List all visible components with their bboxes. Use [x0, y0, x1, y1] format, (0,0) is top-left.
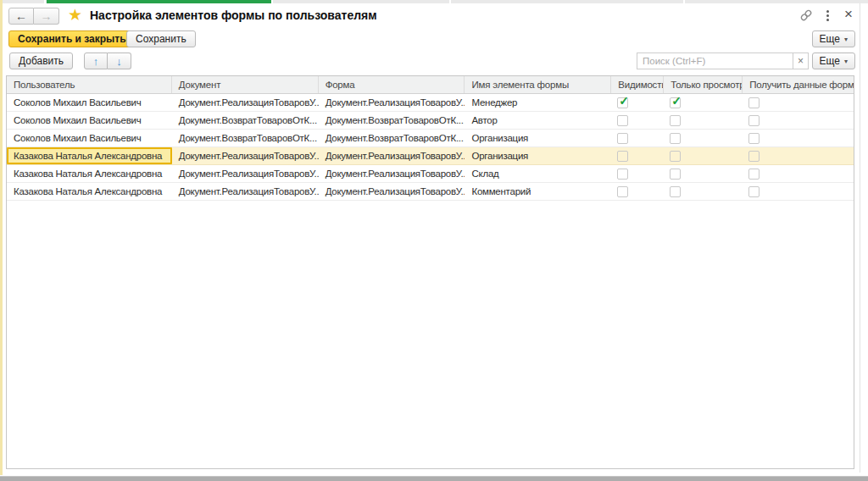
element-name-cell[interactable]: Организация — [465, 130, 611, 147]
chevron-down-icon: ▾ — [844, 58, 848, 65]
column-header-user[interactable]: Пользователь — [7, 76, 172, 93]
visibility-checkbox[interactable]: ✓ — [617, 97, 628, 108]
back-button[interactable]: ← — [8, 8, 34, 25]
table-row[interactable]: Казакова Наталья Александровна Документ.… — [7, 183, 854, 201]
add-button[interactable]: Добавить — [9, 53, 73, 69]
table-row[interactable]: Казакова Наталья Александровна Документ.… — [7, 147, 854, 165]
element-name-cell[interactable]: Менеджер — [465, 94, 611, 111]
window-right-border — [860, 3, 860, 473]
view-only-cell[interactable] — [664, 183, 743, 200]
history-nav: ← → — [8, 8, 59, 25]
element-name-cell[interactable]: Автор — [465, 112, 611, 129]
app-window: ← → ★ Настройка элементов формы по польз… — [0, 0, 868, 481]
view-only-checkbox[interactable] — [670, 151, 681, 162]
table-body: Соколов Михаил Васильевич Документ.Реали… — [7, 94, 854, 201]
command-bar: Сохранить и закрыть Сохранить Еще ▾ — [3, 29, 860, 51]
get-form-data-checkbox[interactable] — [748, 186, 760, 197]
view-only-cell[interactable]: ✓ — [664, 94, 743, 111]
column-header-get-form-data[interactable]: Получить данные формы — [743, 76, 854, 93]
form-cell[interactable]: Документ.РеализацияТоваровУ... — [319, 165, 465, 182]
list-toolbar: Добавить ↑ ↓ × Еще ▾ — [3, 51, 860, 73]
get-form-data-cell[interactable] — [743, 112, 854, 129]
element-name-cell[interactable]: Организация — [465, 147, 611, 164]
view-only-cell[interactable] — [664, 130, 743, 147]
visibility-checkbox[interactable] — [617, 169, 628, 180]
table-row[interactable]: Соколов Михаил Васильевич Документ.Возвр… — [7, 130, 854, 147]
view-only-cell[interactable] — [664, 165, 743, 182]
form-cell[interactable]: Документ.РеализацияТоваровУ... — [319, 94, 465, 111]
more-label: Еще — [820, 55, 840, 67]
view-only-checkbox[interactable]: ✓ — [670, 97, 681, 108]
get-form-data-cell[interactable] — [743, 94, 854, 111]
column-header-view-only[interactable]: Только просмотр — [664, 76, 743, 93]
user-cell[interactable]: Казакова Наталья Александровна — [7, 147, 172, 164]
form-cell[interactable]: Документ.РеализацияТоваровУ... — [319, 183, 465, 200]
user-cell[interactable]: Соколов Михаил Васильевич — [7, 130, 172, 147]
form-cell[interactable]: Документ.ВозвратТоваровОтК... — [319, 112, 465, 129]
view-only-checkbox[interactable] — [670, 115, 681, 126]
visibility-checkbox[interactable] — [617, 186, 628, 197]
document-cell[interactable]: Документ.ВозвратТоваровОтК... — [172, 112, 319, 129]
view-only-checkbox[interactable] — [670, 169, 681, 180]
get-form-data-checkbox[interactable] — [748, 151, 760, 162]
visibility-cell[interactable] — [611, 147, 664, 164]
get-form-data-cell[interactable] — [743, 165, 854, 182]
view-only-checkbox[interactable] — [670, 133, 681, 144]
more-button-top[interactable]: Еще ▾ — [812, 30, 855, 47]
table-row[interactable]: Соколов Михаил Васильевич Документ.Реали… — [7, 94, 854, 112]
get-form-data-checkbox[interactable] — [748, 115, 760, 126]
form-cell[interactable]: Документ.РеализацияТоваровУ... — [319, 147, 465, 164]
titlebar: ← → ★ Настройка элементов формы по польз… — [3, 3, 860, 29]
table-row[interactable]: Казакова Наталья Александровна Документ.… — [7, 165, 854, 183]
get-form-data-cell[interactable] — [743, 147, 854, 164]
column-header-form[interactable]: Форма — [319, 76, 465, 93]
get-form-data-cell[interactable] — [743, 183, 854, 200]
form-cell[interactable]: Документ.ВозвратТоваровОтК... — [319, 130, 465, 147]
table-row[interactable]: Соколов Михаил Васильевич Документ.Возвр… — [7, 112, 854, 130]
user-cell[interactable]: Казакова Наталья Александровна — [7, 183, 172, 200]
user-cell[interactable]: Соколов Михаил Васильевич — [7, 112, 172, 129]
column-header-visibility[interactable]: Видимость — [611, 76, 664, 93]
visibility-cell[interactable] — [611, 130, 664, 147]
document-cell[interactable]: Документ.РеализацияТоваровУ... — [172, 183, 319, 200]
visibility-cell[interactable] — [611, 112, 664, 129]
visibility-cell[interactable]: ✓ — [611, 94, 664, 111]
document-cell[interactable]: Документ.РеализацияТоваровУ... — [172, 147, 319, 164]
user-cell[interactable]: Казакова Наталья Александровна — [7, 165, 172, 182]
menu-kebab-icon[interactable] — [824, 9, 832, 22]
get-form-data-cell[interactable] — [743, 130, 854, 147]
element-name-cell[interactable]: Склад — [465, 165, 611, 182]
search-clear-icon[interactable]: × — [793, 53, 809, 69]
column-header-document[interactable]: Документ — [172, 76, 319, 93]
document-cell[interactable]: Документ.РеализацияТоваровУ... — [172, 94, 319, 111]
save-and-close-button[interactable]: Сохранить и закрыть — [8, 30, 136, 47]
visibility-checkbox[interactable] — [617, 133, 628, 144]
visibility-checkbox[interactable] — [617, 151, 628, 162]
search-box: × — [637, 53, 809, 69]
forward-button[interactable]: → — [34, 8, 59, 25]
move-down-button[interactable]: ↓ — [108, 53, 131, 69]
get-link-icon[interactable] — [799, 8, 813, 22]
close-icon[interactable]: × — [844, 6, 853, 23]
view-only-cell[interactable] — [664, 112, 743, 129]
column-header-element-name[interactable]: Имя элемента формы — [465, 76, 611, 93]
document-cell[interactable]: Документ.РеализацияТоваровУ... — [172, 165, 319, 182]
chevron-down-icon: ▾ — [844, 36, 848, 43]
table-header: Пользователь Документ Форма Имя элемента… — [7, 76, 854, 94]
view-only-checkbox[interactable] — [670, 186, 681, 197]
move-up-button[interactable]: ↑ — [84, 53, 108, 69]
more-button-toolbar[interactable]: Еще ▾ — [812, 53, 855, 69]
view-only-cell[interactable] — [664, 147, 743, 164]
visibility-checkbox[interactable] — [617, 115, 628, 126]
visibility-cell[interactable] — [611, 165, 664, 182]
user-cell[interactable]: Соколов Михаил Васильевич — [7, 94, 172, 111]
document-cell[interactable]: Документ.ВозвратТоваровОтК... — [172, 130, 319, 147]
element-name-cell[interactable]: Комментарий — [465, 183, 611, 200]
get-form-data-checkbox[interactable] — [748, 169, 760, 180]
search-input[interactable] — [637, 53, 793, 69]
get-form-data-checkbox[interactable] — [748, 97, 760, 108]
visibility-cell[interactable] — [611, 183, 664, 200]
favorite-star-icon[interactable]: ★ — [68, 6, 82, 25]
save-button[interactable]: Сохранить — [126, 30, 196, 47]
get-form-data-checkbox[interactable] — [748, 133, 760, 144]
